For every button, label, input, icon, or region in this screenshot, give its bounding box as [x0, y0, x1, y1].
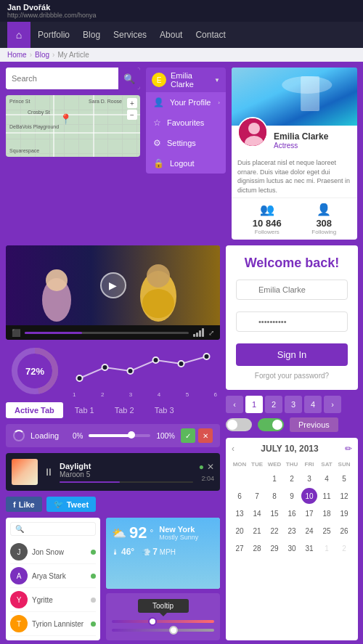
map-zoom-out[interactable]: − — [127, 110, 137, 120]
video-stop-icon[interactable]: ⬛ — [12, 329, 20, 337]
music-like-icon[interactable]: ● — [199, 462, 204, 472]
breadcrumb-home[interactable]: Home — [7, 51, 27, 59]
toggle-on-green[interactable] — [258, 418, 284, 431]
map-label-4: Squarespace — [9, 148, 39, 153]
cal-day-31[interactable]: 31 — [301, 540, 317, 556]
slider-track-1[interactable] — [112, 620, 214, 623]
cal-day-14[interactable]: 14 — [249, 505, 265, 521]
tab-2[interactable]: Tab 2 — [106, 402, 143, 418]
cal-day-9[interactable]: 9 — [284, 488, 300, 504]
cal-day-11[interactable]: 11 — [319, 488, 335, 504]
map-zoom-in[interactable]: + — [127, 98, 137, 108]
cal-day-16[interactable]: 16 — [284, 505, 300, 521]
cal-day-17[interactable]: 17 — [301, 505, 317, 521]
cal-day-3[interactable]: 3 — [301, 470, 317, 486]
username-input[interactable] — [236, 280, 348, 300]
tab-3[interactable]: Tab 3 — [146, 402, 183, 418]
cal-day-6[interactable]: 6 — [232, 488, 248, 504]
facebook-like-button[interactable]: f Like — [6, 497, 42, 512]
dropdown-favourites[interactable]: ☆ Favourites — [146, 113, 226, 133]
dropdown-settings[interactable]: ⚙ Settings — [146, 133, 226, 153]
page-2[interactable]: 2 — [265, 396, 282, 413]
toggles: Previous — [226, 417, 338, 432]
cal-day-19[interactable]: 19 — [336, 505, 352, 521]
search-button[interactable]: 🔍 — [118, 68, 140, 89]
cal-day-22[interactable]: 22 — [266, 523, 282, 539]
fullscreen-icon[interactable]: ⤢ — [208, 329, 214, 337]
loading-end: 100% — [156, 432, 175, 440]
nav-home[interactable]: ⌂ — [7, 22, 30, 48]
weather-icon: ⛅ — [112, 526, 126, 540]
cal-day-23[interactable]: 23 — [284, 523, 300, 539]
cal-day-26[interactable]: 26 — [336, 523, 352, 539]
cal-header-sun: SUN — [336, 460, 352, 469]
toggle-off[interactable] — [226, 418, 252, 431]
forgot-password-link[interactable]: Forgot your password? — [236, 372, 348, 380]
nav-portfolio[interactable]: Portfolio — [38, 30, 70, 40]
page-prev[interactable]: ‹ — [226, 396, 243, 413]
loading-cancel[interactable]: ✕ — [198, 428, 213, 443]
cal-day-12[interactable]: 12 — [336, 488, 352, 504]
page-4[interactable]: 4 — [304, 396, 322, 413]
thermometer-icon: 🌡 — [112, 548, 119, 556]
vol-bar-4 — [202, 328, 204, 337]
nav-contact[interactable]: Contact — [195, 30, 225, 40]
previous-button[interactable]: Previous — [290, 417, 338, 432]
cal-day-21[interactable]: 21 — [249, 523, 265, 539]
cal-day-18[interactable]: 18 — [319, 505, 335, 521]
music-play-button[interactable]: ⏸ — [44, 466, 54, 478]
cal-day-2[interactable]: 2 — [284, 470, 300, 486]
twitter-tweet-button[interactable]: 🐦 Tweet — [46, 497, 96, 512]
video-background: ▶ — [6, 245, 220, 325]
weather-card: ⛅ 92 ° New York Mostly Sunny 🌡 — [106, 518, 220, 589]
map-label-1: Prince St — [9, 99, 30, 104]
contact-jon-snow[interactable]: J Jon Snow — [10, 540, 96, 564]
search-input[interactable] — [6, 68, 118, 89]
password-input[interactable] — [236, 311, 348, 332]
cal-day-1[interactable]: 1 — [266, 470, 282, 486]
video-play-button[interactable]: ▶ — [100, 272, 126, 298]
cal-day-27[interactable]: 27 — [232, 540, 248, 556]
slider-track-2[interactable] — [112, 629, 214, 632]
video-progress-bar[interactable] — [25, 332, 189, 334]
calendar-prev[interactable]: ‹ — [232, 444, 234, 454]
dropdown-logout[interactable]: 🔒 Logout — [146, 153, 226, 174]
cal-day-25[interactable]: 25 — [319, 523, 335, 539]
cal-day-20[interactable]: 20 — [232, 523, 248, 539]
page-3[interactable]: 3 — [285, 396, 302, 413]
nav-services[interactable]: Services — [113, 30, 147, 40]
contact-ygritte[interactable]: Y Ygritte — [10, 588, 96, 612]
tooltip-section: Tooltip — [106, 593, 220, 640]
loading-track[interactable] — [89, 434, 150, 437]
nav-about[interactable]: About — [160, 30, 182, 40]
cal-day-10[interactable]: 10 — [301, 488, 317, 504]
cal-day-28[interactable]: 28 — [249, 540, 265, 556]
signin-button[interactable]: Sign In — [236, 343, 348, 366]
calendar-edit-icon[interactable]: ✏ — [345, 444, 352, 454]
contact-tyrion[interactable]: T Tyrion Lannister — [10, 612, 96, 636]
cal-day-5[interactable]: 5 — [336, 470, 352, 486]
dropdown-trigger[interactable]: E Emilia Clarke ▼ — [146, 68, 226, 92]
cal-day-24[interactable]: 24 — [301, 523, 317, 539]
contact-arya[interactable]: A Arya Stark — [10, 564, 96, 588]
loading-confirm[interactable]: ✓ — [181, 428, 195, 443]
cal-day-8[interactable]: 8 — [266, 488, 282, 504]
cal-day-30[interactable]: 30 — [284, 540, 300, 556]
cal-day-29[interactable]: 29 — [266, 540, 282, 556]
page-1[interactable]: 1 — [245, 396, 263, 413]
cal-day-13[interactable]: 13 — [232, 505, 248, 521]
nav-blog[interactable]: Blog — [83, 30, 100, 40]
cal-day-4[interactable]: 4 — [319, 470, 335, 486]
contacts-search[interactable]: 🔍 — [10, 522, 96, 536]
slider-thumb-2[interactable] — [169, 626, 178, 635]
tab-1[interactable]: Tab 1 — [66, 402, 103, 418]
breadcrumb-blog[interactable]: Blog — [35, 51, 49, 59]
cal-day-15[interactable]: 15 — [266, 505, 282, 521]
pagination: ‹ 1 2 3 4 › — [226, 396, 341, 413]
dropdown-profile[interactable]: 👤 Your Profile › — [146, 92, 226, 113]
cal-day-7[interactable]: 7 — [249, 488, 265, 504]
tab-active[interactable]: Active Tab — [6, 402, 63, 418]
slider-thumb-1[interactable] — [148, 617, 157, 626]
music-close-icon[interactable]: ✕ — [207, 462, 214, 472]
page-next[interactable]: › — [324, 396, 341, 413]
